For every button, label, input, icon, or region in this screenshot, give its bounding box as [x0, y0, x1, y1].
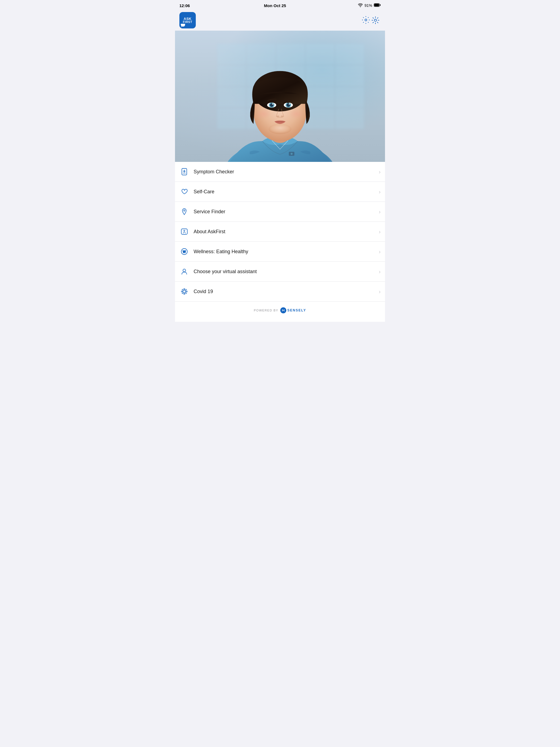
svg-point-19	[277, 115, 279, 117]
svg-point-43	[186, 291, 187, 292]
svg-point-21	[256, 109, 271, 119]
sensely-logo-icon	[280, 307, 286, 314]
service-finder-label: Service Finder	[194, 209, 377, 215]
svg-point-18	[289, 103, 290, 105]
app-header: ask FIRST	[175, 10, 385, 31]
svg-text:W: W	[183, 250, 186, 254]
about-icon	[179, 227, 189, 236]
hero-image	[175, 31, 385, 162]
svg-point-30	[184, 210, 185, 211]
wellness-label: Wellness: Eating Healthy	[194, 249, 377, 255]
symptom-checker-icon	[179, 167, 189, 177]
powered-by-text: POWERED BY	[254, 309, 278, 312]
menu-item-self-care[interactable]: Self-Care ›	[175, 182, 385, 202]
svg-rect-2	[374, 4, 379, 6]
svg-point-14	[272, 103, 274, 105]
self-care-label: Self-Care	[194, 189, 377, 195]
sensely-brand-text: SENSELY	[287, 308, 306, 312]
chevron-right-icon: ›	[379, 169, 381, 175]
service-finder-icon	[179, 207, 189, 216]
wellness-icon: W	[179, 247, 189, 256]
chevron-right-icon: ›	[379, 229, 381, 235]
svg-point-22	[289, 109, 304, 119]
battery-percentage: 91%	[364, 3, 372, 8]
footer-powered-by: POWERED BY SENSELY	[175, 307, 385, 314]
menu-item-wellness[interactable]: W Wellness: Eating Healthy ›	[175, 242, 385, 262]
svg-point-4	[365, 19, 367, 21]
svg-point-20	[281, 115, 283, 117]
svg-point-5	[374, 19, 377, 21]
chevron-right-icon: ›	[379, 209, 381, 215]
svg-line-52	[185, 292, 186, 293]
status-indicators: 91%	[358, 3, 381, 8]
about-label: About AskFirst	[194, 229, 377, 235]
svg-point-41	[181, 291, 182, 292]
chevron-right-icon: ›	[379, 249, 381, 255]
svg-marker-3	[181, 27, 182, 27]
battery-icon	[374, 3, 381, 8]
status-bar: 12:06 Mon Oct 25 91%	[175, 0, 385, 10]
app-footer: POWERED BY SENSELY	[175, 301, 385, 322]
menu-item-covid[interactable]: Covid 19 ›	[175, 282, 385, 301]
menu-item-about[interactable]: About AskFirst ›	[175, 222, 385, 242]
svg-point-23	[269, 124, 291, 134]
svg-point-32	[184, 230, 185, 231]
status-time: 12:06	[179, 3, 190, 8]
svg-rect-1	[380, 4, 381, 6]
svg-point-36	[183, 290, 186, 293]
nurse-illustration	[185, 31, 374, 162]
status-date: Mon Oct 25	[264, 3, 286, 8]
app-logo: ask FIRST	[179, 12, 196, 28]
chevron-right-icon: ›	[379, 288, 381, 295]
menu-item-symptom-checker[interactable]: Symptom Checker ›	[175, 162, 385, 182]
menu-list: Symptom Checker › Self-Care › Service Fi…	[175, 162, 385, 301]
covid-label: Covid 19	[194, 289, 377, 294]
virtual-assistant-icon	[179, 266, 189, 277]
symptom-checker-label: Symptom Checker	[194, 169, 377, 175]
virtual-assistant-label: Choose your virtual assistant	[194, 269, 377, 275]
wifi-icon	[358, 3, 363, 8]
menu-item-virtual-assistant[interactable]: Choose your virtual assistant ›	[175, 262, 385, 282]
svg-point-39	[184, 293, 185, 294]
self-care-icon	[179, 187, 189, 197]
settings-button[interactable]	[360, 15, 381, 26]
svg-rect-31	[181, 229, 187, 234]
svg-point-35	[183, 269, 186, 272]
svg-line-48	[185, 290, 186, 290]
svg-point-25	[291, 153, 292, 155]
svg-point-37	[184, 288, 185, 289]
svg-point-55	[284, 310, 284, 310]
chevron-right-icon: ›	[379, 189, 381, 195]
sensely-logo: SENSELY	[280, 307, 306, 314]
covid-icon	[179, 287, 189, 297]
chevron-right-icon: ›	[379, 268, 381, 275]
svg-point-54	[282, 310, 283, 310]
menu-item-service-finder[interactable]: Service Finder ›	[175, 202, 385, 222]
